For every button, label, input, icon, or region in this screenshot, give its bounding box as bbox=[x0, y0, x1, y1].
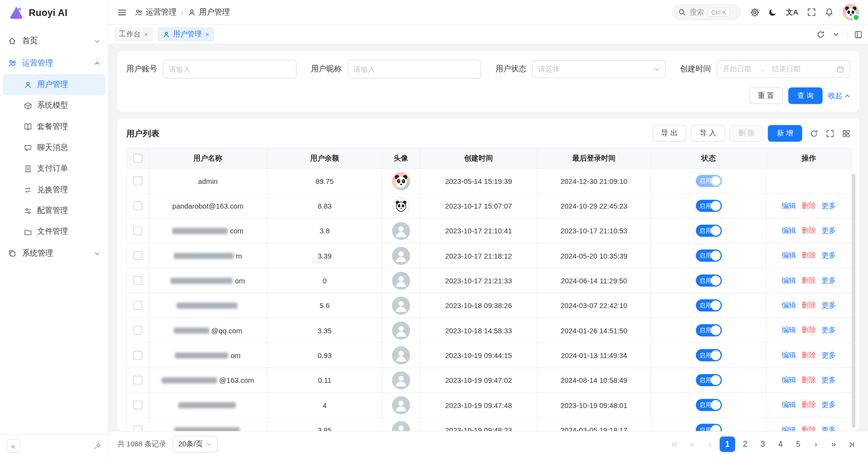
menu-toggle-icon[interactable] bbox=[117, 7, 127, 16]
sidebar-subitem-5[interactable]: 兑换管理 bbox=[3, 180, 105, 200]
page-button-5[interactable]: 5 bbox=[790, 437, 806, 452]
refresh-icon[interactable] bbox=[810, 129, 818, 137]
delete-button[interactable]: 删 除 bbox=[729, 125, 763, 142]
status-toggle[interactable]: 启用 bbox=[696, 200, 722, 212]
avatar[interactable] bbox=[392, 421, 410, 431]
delete-link[interactable]: 删除 bbox=[802, 251, 816, 260]
chevron-down-icon[interactable] bbox=[833, 31, 839, 38]
delete-link[interactable]: 删除 bbox=[802, 201, 816, 210]
edit-link[interactable]: 编辑 bbox=[782, 226, 796, 234]
edit-link[interactable]: 编辑 bbox=[782, 401, 796, 409]
edit-link[interactable]: 编辑 bbox=[782, 301, 796, 309]
table-fullscreen-icon[interactable] bbox=[826, 129, 834, 137]
delete-link[interactable]: 删除 bbox=[802, 276, 816, 284]
sidebar-item-home[interactable]: 首页 bbox=[0, 30, 108, 52]
user-avatar[interactable] bbox=[843, 4, 859, 20]
pin-icon[interactable] bbox=[94, 442, 101, 450]
delete-link[interactable]: 删除 bbox=[802, 375, 816, 384]
avatar[interactable] bbox=[392, 222, 410, 240]
prev-10-pages-button[interactable]: « bbox=[684, 437, 700, 452]
avatar[interactable] bbox=[392, 296, 410, 315]
avatar[interactable] bbox=[392, 196, 410, 215]
delete-link[interactable]: 删除 bbox=[802, 351, 816, 359]
sidebar-subitem-4[interactable]: 支付订单 bbox=[3, 158, 105, 179]
sidebar-subitem-7[interactable]: 文件管理 bbox=[3, 221, 105, 242]
status-toggle[interactable]: 启用 bbox=[696, 324, 722, 336]
row-checkbox[interactable] bbox=[133, 301, 142, 310]
more-link[interactable]: 更多 bbox=[821, 326, 836, 334]
status-toggle[interactable]: 启用 bbox=[696, 275, 722, 287]
edit-link[interactable]: 编辑 bbox=[782, 201, 796, 210]
breadcrumb-operations[interactable]: 运营管理 bbox=[134, 7, 177, 17]
refresh-icon[interactable] bbox=[817, 30, 825, 38]
delete-link[interactable]: 删除 bbox=[802, 401, 816, 409]
settings-icon[interactable] bbox=[750, 7, 759, 16]
close-icon[interactable]: × bbox=[144, 31, 148, 38]
sidebar-item-operations[interactable]: 运营管理 bbox=[0, 52, 108, 74]
sidebar-subitem-1[interactable]: 系统模型 bbox=[3, 95, 105, 116]
avatar[interactable] bbox=[392, 321, 410, 340]
avatar[interactable] bbox=[392, 371, 410, 390]
avatar[interactable] bbox=[392, 346, 410, 364]
status-toggle[interactable]: 启用 bbox=[696, 399, 722, 411]
notifications-icon[interactable] bbox=[825, 8, 834, 16]
status-toggle[interactable]: 启用 bbox=[696, 299, 722, 311]
page-size-select[interactable]: 20条/页 bbox=[173, 436, 218, 453]
next-10-pages-button[interactable]: » bbox=[826, 437, 841, 452]
next-page-button[interactable]: › bbox=[808, 437, 824, 452]
delete-link[interactable]: 删除 bbox=[802, 226, 816, 234]
edit-link[interactable]: 编辑 bbox=[782, 326, 796, 334]
avatar[interactable] bbox=[392, 246, 410, 265]
more-link[interactable]: 更多 bbox=[821, 251, 836, 260]
avatar[interactable] bbox=[392, 396, 410, 414]
edit-link[interactable]: 编辑 bbox=[782, 251, 796, 260]
avatar[interactable] bbox=[392, 271, 410, 290]
close-icon[interactable]: × bbox=[205, 31, 210, 38]
more-link[interactable]: 更多 bbox=[821, 351, 836, 359]
last-page-button[interactable] bbox=[844, 437, 859, 452]
status-toggle[interactable]: 启用 bbox=[696, 175, 722, 187]
edit-link[interactable]: 编辑 bbox=[782, 276, 796, 284]
edit-link[interactable]: 编辑 bbox=[782, 375, 796, 384]
status-select[interactable]: 请选择 bbox=[532, 60, 666, 78]
delete-link[interactable]: 删除 bbox=[802, 301, 816, 309]
tab-users[interactable]: 用户管理 × bbox=[158, 27, 214, 42]
more-link[interactable]: 更多 bbox=[821, 226, 836, 234]
expand-icon[interactable] bbox=[847, 30, 863, 38]
row-checkbox[interactable] bbox=[133, 326, 142, 335]
row-checkbox[interactable] bbox=[133, 177, 142, 185]
translate-icon[interactable]: 文A bbox=[786, 7, 799, 17]
nickname-input[interactable] bbox=[347, 60, 481, 79]
row-checkbox[interactable] bbox=[133, 351, 142, 359]
more-link[interactable]: 更多 bbox=[821, 201, 836, 210]
reset-button[interactable]: 重 置 bbox=[749, 87, 783, 104]
edit-link[interactable]: 编辑 bbox=[782, 425, 796, 431]
breadcrumb-users[interactable]: 用户管理 bbox=[188, 7, 230, 17]
table-scrollbar[interactable] bbox=[852, 174, 855, 427]
search-input[interactable]: 搜索 Ctrl K bbox=[672, 4, 741, 20]
more-link[interactable]: 更多 bbox=[821, 401, 836, 409]
select-all-checkbox[interactable] bbox=[133, 154, 142, 163]
tab-workbench[interactable]: 工作台 × bbox=[114, 27, 153, 42]
row-checkbox[interactable] bbox=[133, 276, 142, 285]
more-link[interactable]: 更多 bbox=[821, 425, 836, 431]
edit-link[interactable]: 编辑 bbox=[782, 351, 796, 359]
sidebar-subitem-3[interactable]: 聊天消息 bbox=[3, 137, 105, 158]
more-link[interactable]: 更多 bbox=[821, 276, 836, 284]
more-link[interactable]: 更多 bbox=[821, 301, 836, 309]
delete-link[interactable]: 删除 bbox=[802, 326, 816, 334]
sidebar-subitem-0[interactable]: 用户管理 bbox=[3, 74, 105, 95]
fullscreen-icon[interactable] bbox=[807, 8, 816, 16]
row-checkbox[interactable] bbox=[133, 227, 142, 235]
row-checkbox[interactable] bbox=[133, 251, 142, 260]
page-button-2[interactable]: 2 bbox=[737, 437, 753, 452]
row-checkbox[interactable] bbox=[133, 376, 142, 385]
brand[interactable]: Ruoyi AI bbox=[0, 0, 108, 27]
sidebar-subitem-6[interactable]: 配置管理 bbox=[3, 200, 105, 221]
query-button[interactable]: 查 询 bbox=[788, 87, 822, 104]
sidebar-subitem-2[interactable]: 套餐管理 bbox=[3, 116, 105, 137]
page-button-3[interactable]: 3 bbox=[755, 437, 770, 452]
delete-link[interactable]: 删除 bbox=[802, 425, 816, 431]
export-button[interactable]: 导 出 bbox=[653, 125, 687, 142]
page-button-1[interactable]: 1 bbox=[720, 437, 735, 452]
